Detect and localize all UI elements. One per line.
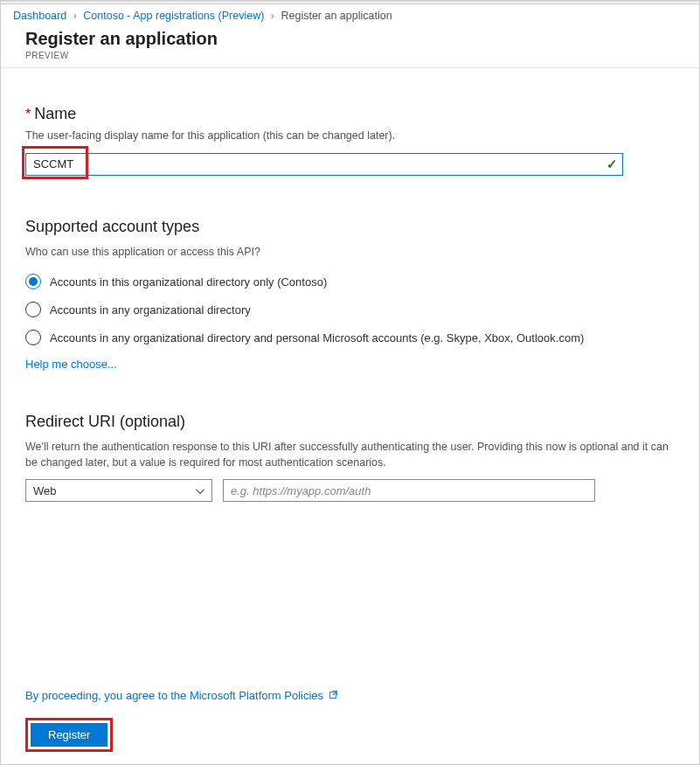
checkmark-icon: ✓: [606, 156, 618, 172]
redirect-type-select[interactable]: Web: [25, 479, 212, 502]
account-types-section: Supported account types Who can use this…: [25, 218, 675, 372]
radio-icon: [25, 302, 41, 317]
radio-icon: [25, 330, 41, 345]
footer: By proceeding, you agree to the Microsof…: [25, 689, 675, 752]
breadcrumb-dashboard[interactable]: Dashboard: [13, 10, 66, 22]
breadcrumb-contoso[interactable]: Contoso - App registrations (Preview): [83, 10, 264, 22]
breadcrumb-current: Register an application: [281, 10, 392, 22]
name-section: *Name The user-facing display name for t…: [25, 105, 675, 176]
chevron-right-icon: ›: [73, 10, 77, 22]
breadcrumb: Dashboard › Contoso - App registrations …: [1, 4, 699, 25]
radio-label: Accounts in any organizational directory: [50, 303, 251, 316]
account-types-helper: Who can use this application or access t…: [25, 245, 675, 261]
radio-label: Accounts in any organizational directory…: [50, 331, 584, 344]
redirect-type-value: Web: [33, 484, 57, 497]
annotation-highlight: Register: [25, 718, 113, 752]
redirect-uri-input[interactable]: [223, 479, 595, 502]
radio-option-any-org[interactable]: Accounts in any organizational directory: [25, 302, 675, 317]
radio-option-any-org-personal[interactable]: Accounts in any organizational directory…: [25, 330, 675, 345]
account-types-label: Supported account types: [25, 218, 675, 236]
name-helper: The user-facing display name for this ap…: [25, 129, 675, 144]
preview-badge: PREVIEW: [25, 51, 699, 60]
chevron-right-icon: ›: [271, 10, 274, 22]
register-button[interactable]: Register: [31, 723, 107, 747]
radio-option-org-only[interactable]: Accounts in this organizational director…: [25, 274, 675, 289]
name-label: Name: [34, 105, 76, 122]
page-title: Register an application: [25, 29, 699, 49]
redirect-uri-section: Redirect URI (optional) We'll return the…: [25, 413, 675, 502]
required-marker: *: [25, 107, 31, 122]
redirect-uri-label: Redirect URI (optional): [25, 413, 675, 431]
page-header: Register an application PREVIEW: [1, 25, 699, 68]
redirect-uri-helper: We'll return the authentication response…: [25, 440, 675, 470]
radio-icon: [25, 274, 41, 289]
name-input[interactable]: [25, 153, 623, 176]
chevron-down-icon: [196, 484, 204, 497]
radio-label: Accounts in this organizational director…: [50, 275, 327, 289]
help-me-choose-link[interactable]: Help me choose...: [25, 358, 117, 371]
platform-policies-link[interactable]: By proceeding, you agree to the Microsof…: [25, 689, 323, 702]
external-link-icon: [329, 689, 338, 702]
